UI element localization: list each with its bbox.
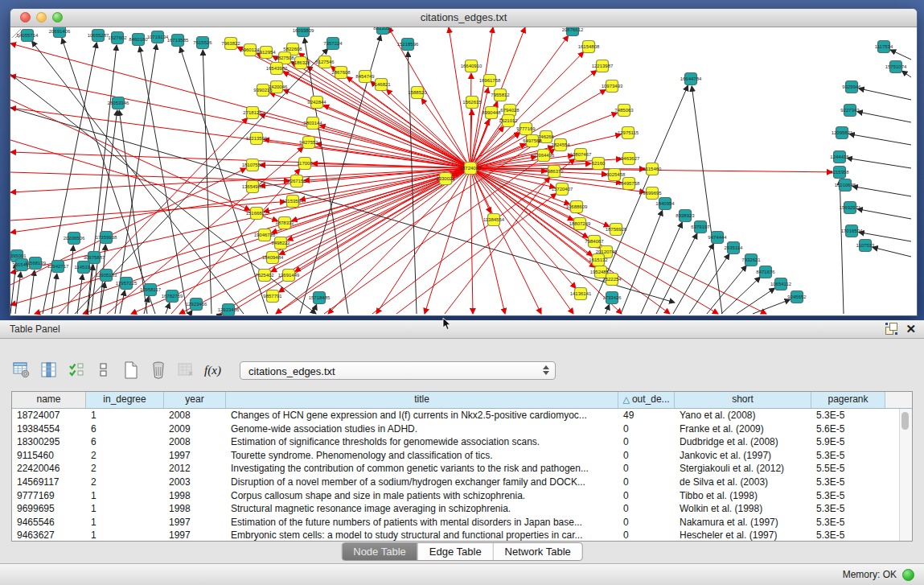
network-canvas[interactable]: 5405571420691406106552871527602846016010… <box>10 27 915 315</box>
table-cell[interactable]: Corpus callosum shape and size in male p… <box>226 489 618 503</box>
table-cell[interactable]: 5.3E-5 <box>811 502 885 516</box>
table-cell[interactable]: 14569117 <box>12 476 86 489</box>
table-cell[interactable]: 0 <box>618 516 675 529</box>
table-cell[interactable]: Tourette syndrome. Phenomenology and cla… <box>226 449 618 463</box>
graph-edge[interactable] <box>857 209 911 219</box>
function-builder-icon[interactable]: f(x) <box>203 360 223 381</box>
tab-network-table[interactable]: Network Table <box>493 543 582 560</box>
table-settings-icon[interactable] <box>11 360 31 381</box>
graph-edge[interactable] <box>304 38 348 314</box>
table-cell[interactable]: 0 <box>618 422 675 436</box>
table-selector-dropdown[interactable]: citations_edges.txt <box>240 361 556 380</box>
table-row[interactable]: 1938455462009Genome-wide association stu… <box>12 422 912 436</box>
graph-edge[interactable] <box>852 187 911 196</box>
network-window-titlebar[interactable]: citations_edges.txt <box>10 9 917 27</box>
graph-edge[interactable] <box>890 50 911 60</box>
table-cell[interactable]: Investigating the contribution of common… <box>226 462 618 476</box>
graph-edge[interactable] <box>470 168 473 314</box>
table-cell[interactable]: 49 <box>618 409 675 422</box>
table-cell[interactable]: 18724007 <box>12 409 86 422</box>
table-cell[interactable]: 0 <box>618 449 675 463</box>
table-cell[interactable]: 19384554 <box>12 422 86 436</box>
table-cell[interactable]: Tibbo et al. (1998) <box>675 489 811 503</box>
table-cell[interactable]: 0 <box>618 476 675 489</box>
table-cell[interactable]: Stergiakouli et al. (2012) <box>675 462 811 476</box>
table-row[interactable]: 969969511998Structural magnetic resonanc… <box>12 502 912 516</box>
table-cell[interactable]: 1998 <box>164 502 226 516</box>
table-cell[interactable]: 5.3E-5 <box>811 529 885 542</box>
graph-edge[interactable] <box>641 222 682 314</box>
row-height-icon[interactable] <box>93 360 113 381</box>
table-row[interactable]: 977716911998Corpus callosum shape and si… <box>12 489 912 503</box>
graph-edge[interactable] <box>753 299 791 314</box>
table-row[interactable]: 946362711997Embryonic stem cells: a mode… <box>12 529 912 542</box>
tab-edge-table[interactable]: Edge Table <box>417 543 493 560</box>
table-cell[interactable]: 2 <box>86 449 164 463</box>
vertical-scrollbar[interactable] <box>899 409 912 542</box>
close-panel-icon[interactable]: ✕ <box>906 323 916 335</box>
table-cell[interactable]: Franke et al. (2009) <box>675 422 811 436</box>
graph-edge[interactable] <box>689 253 729 314</box>
table-cell[interactable]: 2 <box>86 462 164 476</box>
table-cell[interactable]: Dudbridge et al. (2008) <box>675 435 811 449</box>
column-header-short[interactable]: short <box>675 392 811 408</box>
table-row[interactable]: 911546021997Tourette syndrome. Phenomeno… <box>12 449 912 463</box>
graph-edge[interactable] <box>873 247 911 257</box>
graph-edge[interactable] <box>15 272 21 314</box>
table-row[interactable]: 946554611997Estimation of the future num… <box>12 516 912 529</box>
table-cell[interactable]: 9463627 <box>12 529 86 542</box>
table-cell[interactable]: 6 <box>86 435 164 449</box>
table-cell[interactable]: 2009 <box>164 422 226 436</box>
table-cell[interactable]: 1 <box>86 502 164 516</box>
graph-edge[interactable] <box>445 177 550 314</box>
table-cell[interactable]: Yano et al. (2008) <box>675 409 811 422</box>
table-cell[interactable]: Embryonic stem cells: a model to study s… <box>226 529 618 542</box>
table-cell[interactable]: Wolkin et al. (1998) <box>675 502 811 516</box>
table-cell[interactable]: 5.3E-5 <box>811 489 885 503</box>
table-cell[interactable]: 1997 <box>164 529 226 542</box>
column-header-year[interactable]: year <box>164 392 226 408</box>
table-cell[interactable]: 5.3E-5 <box>811 449 885 463</box>
table-cell[interactable]: 1 <box>86 489 164 503</box>
graph-edge[interactable] <box>115 44 157 314</box>
table-cell[interactable]: 9777169 <box>12 489 86 503</box>
graph-edge[interactable] <box>32 41 244 314</box>
table-cell[interactable]: 1 <box>86 516 164 529</box>
graph-edge[interactable] <box>291 62 470 168</box>
table-cell[interactable]: de Silva et al. (2003) <box>675 476 811 489</box>
table-cell[interactable]: Nakamura et al. (1997) <box>675 516 811 529</box>
graph-edge[interactable] <box>656 233 697 314</box>
graph-edge[interactable] <box>10 172 290 181</box>
graph-edge[interactable] <box>737 288 775 314</box>
table-cell[interactable]: 1997 <box>164 516 226 529</box>
graph-edge[interactable] <box>847 158 911 168</box>
table-cell[interactable]: 0 <box>618 502 675 516</box>
table-cell[interactable]: Changes of HCN gene expression and I(f) … <box>226 409 618 422</box>
table-row[interactable]: 1456911722003Disruption of a novel membe… <box>12 476 912 489</box>
graph-edge[interactable] <box>707 266 746 314</box>
table-cell[interactable]: Estimation of significance thresholds fo… <box>226 435 618 449</box>
table-cell[interactable]: Hescheler et al. (1997) <box>675 529 811 542</box>
table-row[interactable]: 1872400712008Changes of HCN gene express… <box>12 409 912 422</box>
graph-edge[interactable] <box>376 168 470 314</box>
table-row[interactable]: 1830029562008Estimation of significance … <box>12 435 912 449</box>
graph-edge[interactable] <box>166 303 170 314</box>
graph-edge[interactable] <box>849 134 911 145</box>
table-cell[interactable]: 2008 <box>164 435 226 449</box>
table-cell[interactable]: 9465546 <box>12 516 86 529</box>
table-cell[interactable]: 0 <box>618 462 675 476</box>
graph-edge[interactable] <box>859 89 911 100</box>
resize-grip-icon[interactable] <box>10 27 22 39</box>
graph-edge[interactable] <box>51 274 57 314</box>
graph-edge[interactable] <box>840 179 844 314</box>
select-columns-icon[interactable] <box>39 360 59 381</box>
graph-edge[interactable] <box>10 168 470 273</box>
scrollbar-thumb[interactable] <box>901 412 909 430</box>
memory-status-indicator[interactable] <box>902 569 914 581</box>
table-row[interactable]: 2242004622012Investigating the contribut… <box>12 462 912 476</box>
graph-edge[interactable] <box>269 93 470 168</box>
graph-edge[interactable] <box>107 147 303 314</box>
table-cell[interactable]: Genome-wide association studies in ADHD. <box>226 422 618 436</box>
table-cell[interactable]: 0 <box>618 435 675 449</box>
graph-edge[interactable] <box>857 112 911 122</box>
